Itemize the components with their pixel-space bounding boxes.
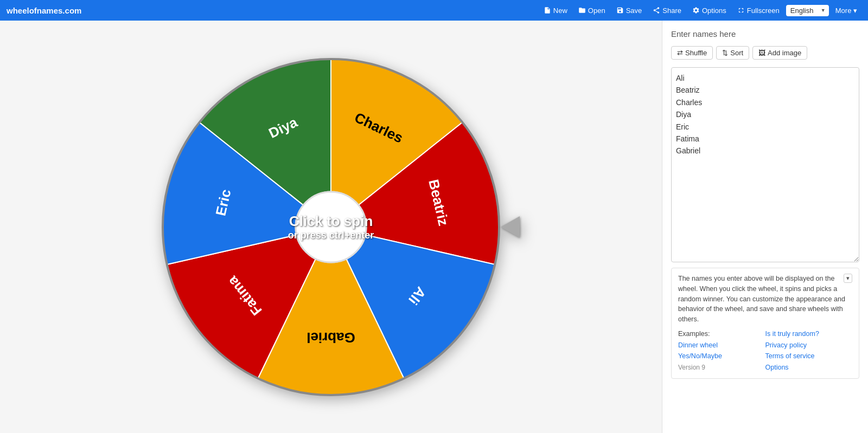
panel-buttons: ⇄ Shuffle ⇅ Sort 🖼 Add image xyxy=(671,46,859,60)
main-content: CharlesBeatrizAliGabrielFatimaEricDiya C… xyxy=(0,21,868,433)
wheel-container[interactable]: CharlesBeatrizAliGabrielFatimaEricDiya C… xyxy=(152,48,510,406)
examples-label: Examples: xyxy=(678,329,765,339)
shuffle-icon: ⇄ xyxy=(677,49,683,57)
svg-point-8 xyxy=(296,192,366,262)
save-button[interactable]: Save xyxy=(612,4,647,17)
link-privacy-policy[interactable]: Privacy policy xyxy=(765,340,853,351)
image-icon: 🖼 xyxy=(758,49,765,57)
link-is-it-random[interactable]: Is it truly random? xyxy=(765,329,853,339)
wheel-real[interactable]: CharlesBeatrizAliGabrielFatimaEricDiya xyxy=(152,48,510,406)
header: wheelofnames.com New Open Save Share Opt… xyxy=(0,0,868,21)
share-button[interactable]: Share xyxy=(648,4,686,17)
options-icon xyxy=(692,7,700,14)
language-selector[interactable]: English Spanish French xyxy=(786,5,829,16)
options-button[interactable]: Options xyxy=(688,4,731,17)
add-image-button[interactable]: 🖼 Add image xyxy=(752,46,807,60)
save-icon xyxy=(616,7,624,14)
right-panel: Enter names here ⇄ Shuffle ⇅ Sort 🖼 Add … xyxy=(662,21,868,433)
info-description: The names you enter above will be displa… xyxy=(678,274,852,325)
fullscreen-button[interactable]: Fullscreen xyxy=(733,4,784,17)
link-options[interactable]: Options xyxy=(765,363,853,373)
names-textarea[interactable]: Ali Beatriz Charles Diya Eric Fatima Gab… xyxy=(671,67,859,262)
info-box: ▾ The names you enter above will be disp… xyxy=(671,268,859,379)
link-dinner-wheel[interactable]: Dinner wheel xyxy=(678,340,765,351)
sort-icon: ⇅ xyxy=(722,49,728,57)
wheel-pointer xyxy=(501,216,520,238)
new-button[interactable]: New xyxy=(539,4,572,17)
new-icon xyxy=(544,7,551,14)
version-text: Version 9 xyxy=(678,363,765,373)
shuffle-button[interactable]: ⇄ Shuffle xyxy=(671,46,713,60)
panel-label: Enter names here xyxy=(671,29,859,38)
svg-text:Gabriel: Gabriel xyxy=(307,329,355,345)
examples-grid: Examples: Is it truly random? Dinner whe… xyxy=(678,329,852,373)
link-terms[interactable]: Terms of service xyxy=(765,351,853,361)
share-icon xyxy=(653,7,660,14)
wheel-area[interactable]: CharlesBeatrizAliGabrielFatimaEricDiya C… xyxy=(0,21,662,433)
more-button[interactable]: More ▾ xyxy=(831,4,861,17)
info-collapse-button[interactable]: ▾ xyxy=(844,274,852,283)
language-dropdown[interactable]: English Spanish French xyxy=(786,5,829,16)
sort-button[interactable]: ⇅ Sort xyxy=(716,46,749,60)
site-logo: wheelofnames.com xyxy=(7,6,81,15)
open-button[interactable]: Open xyxy=(574,4,610,17)
open-icon xyxy=(578,7,586,14)
link-yes-no-maybe[interactable]: Yes/No/Maybe xyxy=(678,351,765,361)
fullscreen-icon xyxy=(737,7,745,14)
